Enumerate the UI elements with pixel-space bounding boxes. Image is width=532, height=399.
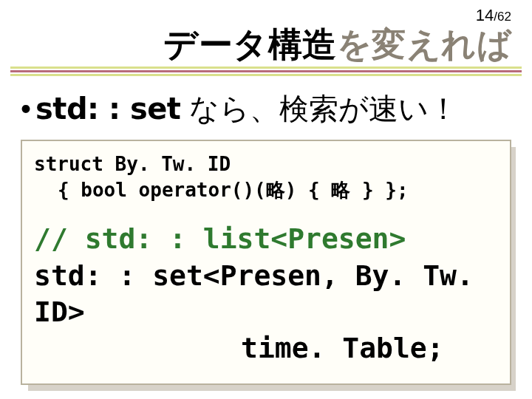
code-line: struct By. Tw. ID [34, 151, 498, 177]
bullet-text: なら、検索が速い！ [189, 92, 458, 125]
divider-rules [10, 66, 522, 78]
bullet-code: std: : set [35, 92, 180, 126]
rule-line [10, 70, 522, 72]
code-box: struct By. Tw. ID { bool operator()(略) {… [21, 140, 511, 385]
title-part1: データ構造 [163, 25, 337, 64]
code-line: std: : set<Presen, By. Tw. ID> [34, 259, 474, 328]
slide: 14/62 データ構造を変えれば •std: : set なら、検索が速い！ s… [0, 0, 532, 399]
bullet-dot: • [21, 92, 31, 126]
code-line: { bool operator()(略) { 略 } }; [34, 177, 498, 203]
code-comment: // std: : list<Presen> [34, 222, 406, 255]
slide-title: データ構造を変えれば [163, 22, 511, 68]
rule-line [10, 74, 522, 76]
code-line: time. Table; [241, 332, 444, 364]
struct-snippet: struct By. Tw. ID { bool operator()(略) {… [34, 151, 498, 203]
title-part2: を変えれば [337, 25, 512, 64]
bullet-point: •std: : set なら、検索が速い！ [21, 89, 511, 129]
content-area: •std: : set なら、検索が速い！ struct By. Tw. ID … [21, 89, 511, 385]
rule-line [10, 66, 522, 69]
main-snippet: // std: : list<Presen> std: : set<Presen… [34, 221, 498, 367]
code-box-wrap: struct By. Tw. ID { bool operator()(略) {… [21, 140, 511, 385]
